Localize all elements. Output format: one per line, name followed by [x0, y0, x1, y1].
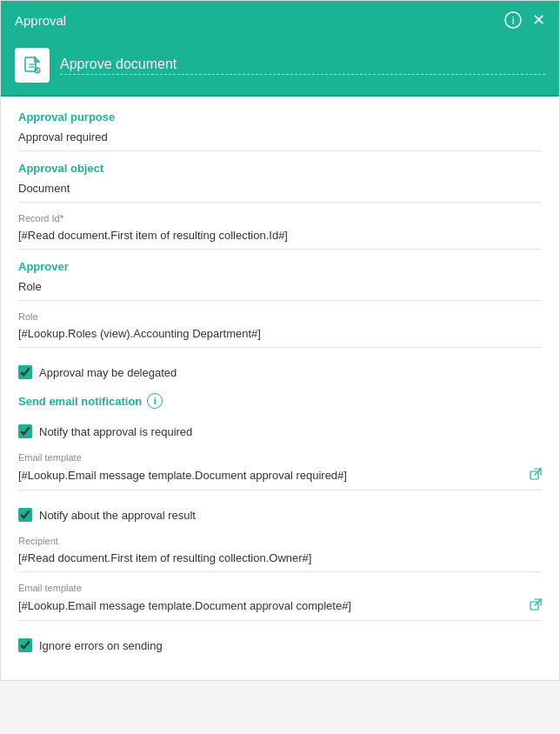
ignore-errors-checkbox[interactable] — [18, 638, 32, 652]
header-icons: i ✕ — [504, 11, 545, 29]
title-bar — [1, 39, 559, 97]
svg-text:i: i — [512, 15, 515, 27]
role-value: [#Lookup.Roles (view).Accounting Departm… — [18, 324, 542, 348]
content-area: Approval purpose Approval required Appro… — [1, 97, 559, 680]
approval-window: Approval i ✕ — [0, 0, 560, 681]
approve-document-input[interactable] — [60, 57, 545, 75]
approver-value: Role — [18, 277, 542, 301]
email-template-1-label: Email template — [18, 452, 542, 463]
email-template-2-value: [#Lookup.Email message template.Document… — [18, 599, 351, 612]
record-id-label: Record Id* — [18, 213, 542, 224]
approval-purpose-value: Approval required — [18, 127, 542, 151]
approval-object-group: Approval object Document — [18, 162, 542, 203]
close-button[interactable]: ✕ — [532, 12, 545, 28]
notify-approval-required-checkbox[interactable] — [18, 424, 32, 438]
role-label: Role — [18, 311, 542, 322]
approver-group: Approver Role — [18, 260, 542, 301]
recipient-group: Recipient [#Read document.First item of … — [18, 536, 542, 572]
recipient-value: [#Read document.First item of resulting … — [18, 548, 542, 572]
info-button[interactable]: i — [504, 11, 522, 29]
recipient-label: Recipient — [18, 536, 542, 546]
delegation-checkbox[interactable] — [18, 365, 32, 379]
approval-object-label: Approval object — [18, 162, 542, 175]
header-left: Approval — [15, 13, 66, 28]
send-email-header: Send email notification i — [18, 393, 542, 409]
email-template-2-group: Email template [#Lookup.Email message te… — [18, 583, 542, 621]
email-template-1-value: [#Lookup.Email message template.Document… — [18, 469, 347, 482]
email-template-2-label: Email template — [18, 583, 542, 593]
send-email-section: Send email notification i Notify that ap… — [18, 393, 542, 659]
approval-purpose-label: Approval purpose — [18, 110, 542, 123]
email-template-1-row: [#Lookup.Email message template.Document… — [18, 464, 542, 490]
record-id-group: Record Id* [#Read document.First item of… — [18, 213, 542, 250]
email-template-2-row: [#Lookup.Email message template.Document… — [18, 595, 542, 621]
doc-icon — [15, 48, 50, 83]
notify-approval-required-label[interactable]: Notify that approval is required — [39, 425, 192, 438]
approval-purpose-group: Approval purpose Approval required — [18, 110, 542, 151]
email-template-1-group: Email template [#Lookup.Email message te… — [18, 452, 542, 490]
notify-approval-result-checkbox[interactable] — [18, 508, 32, 522]
email-template-2-link-icon[interactable] — [530, 598, 542, 613]
delegation-label[interactable]: Approval may be delegated — [39, 366, 177, 379]
send-email-info-icon[interactable]: i — [147, 393, 163, 409]
ignore-errors-label[interactable]: Ignore errors on sending — [39, 639, 163, 652]
email-template-1-link-icon[interactable] — [530, 468, 542, 483]
notify-approval-result-row[interactable]: Notify about the approval result — [18, 501, 542, 529]
window-header: Approval i ✕ — [1, 1, 559, 39]
approver-label: Approver — [18, 260, 542, 273]
record-id-value: [#Read document.First item of resulting … — [18, 225, 542, 250]
ignore-errors-row[interactable]: Ignore errors on sending — [18, 631, 542, 659]
send-email-title: Send email notification — [18, 395, 142, 408]
approval-object-value: Document — [18, 178, 542, 203]
notify-approval-result-label[interactable]: Notify about the approval result — [39, 509, 196, 522]
delegation-row[interactable]: Approval may be delegated — [18, 358, 542, 386]
role-group: Role [#Lookup.Roles (view).Accounting De… — [18, 311, 542, 348]
window-title: Approval — [15, 13, 66, 28]
notify-approval-required-row[interactable]: Notify that approval is required — [18, 417, 542, 445]
